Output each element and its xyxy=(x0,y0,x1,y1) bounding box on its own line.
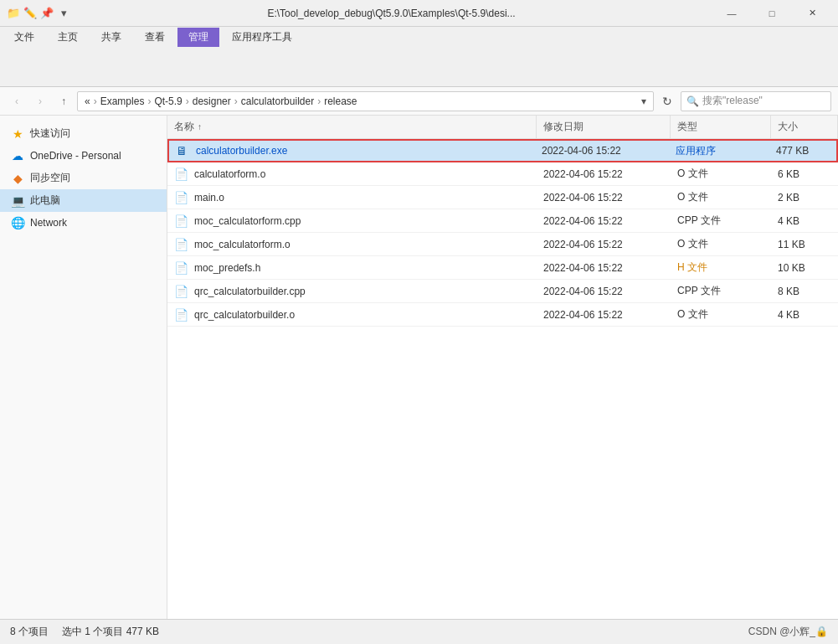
sidebar-item-quick-access[interactable]: ★ 快速访问 xyxy=(0,122,167,145)
folder-icon: 📁 xyxy=(7,7,20,20)
status-right: CSDN @小辉_🔒 xyxy=(748,625,828,639)
sidebar-label-onedrive: OneDrive - Personal xyxy=(30,150,121,162)
file-cell-size: 8 KB xyxy=(771,286,838,297)
file-cell-size: 6 KB xyxy=(771,168,838,180)
file-cell-type: O 文件 xyxy=(671,307,771,322)
star-icon: ★ xyxy=(10,127,25,141)
forward-button[interactable]: › xyxy=(30,91,50,111)
file-cell-modified: 2022-04-06 15:22 xyxy=(537,309,671,321)
file-cell-modified: 2022-04-06 15:22 xyxy=(537,192,671,204)
file-icon: 📄 xyxy=(174,285,189,298)
file-cell-name: 📄 calculatorform.o xyxy=(167,167,537,181)
file-name: main.o xyxy=(194,192,224,204)
exe-icon: 🖥 xyxy=(176,144,191,157)
title-bar-controls: — □ ✕ xyxy=(712,0,831,27)
file-cell-type: H 文件 xyxy=(671,260,771,275)
address-dropdown-icon[interactable]: ▾ xyxy=(641,95,646,107)
edit-icon: ✏️ xyxy=(23,7,37,20)
close-button[interactable]: ✕ xyxy=(793,0,831,27)
tab-share[interactable]: 共享 xyxy=(90,28,132,47)
sidebar-label-quick-access: 快速访问 xyxy=(30,126,70,141)
bc-qt59[interactable]: Qt-5.9 xyxy=(154,95,182,107)
header-modified[interactable]: 修改日期 xyxy=(537,116,671,138)
file-cell-modified: 2022-04-06 15:22 xyxy=(537,239,671,250)
minimize-button[interactable]: — xyxy=(712,0,751,27)
file-cell-size: 11 KB xyxy=(771,239,838,250)
file-cell-size: 2 KB xyxy=(771,192,838,204)
file-cell-modified: 2022-04-06 15:22 xyxy=(537,215,671,227)
computer-icon: 💻 xyxy=(10,194,25,208)
file-list: 🖥 calculatorbuilder.exe 2022-04-06 15:22… xyxy=(167,139,838,619)
sidebar-item-sync[interactable]: ◆ 同步空间 xyxy=(0,167,167,189)
header-name[interactable]: 名称 ↑ xyxy=(167,116,537,138)
title-bar: 📁 ✏️ 📌 ▾ E:\Tool_develop_debug\Qt5.9.0\E… xyxy=(0,0,838,27)
bc-calcbuilder[interactable]: calculatorbuilder xyxy=(241,95,314,107)
file-cell-name: 📄 moc_calculatorform.o xyxy=(167,238,537,251)
sidebar-item-this-pc[interactable]: 💻 此电脑 xyxy=(0,189,167,212)
file-cell-name: 📄 moc_calculatorform.cpp xyxy=(167,214,537,228)
file-icon: 📄 xyxy=(174,238,189,251)
file-cell-type: O 文件 xyxy=(671,237,771,251)
file-name: moc_predefs.h xyxy=(194,262,260,274)
main-area: ★ 快速访问 ☁ OneDrive - Personal ◆ 同步空间 💻 此电… xyxy=(0,116,838,619)
file-area: 名称 ↑ 修改日期 类型 大小 🖥 calculatorbuilder.exe … xyxy=(167,116,838,619)
sort-arrow: ↑ xyxy=(198,122,202,131)
file-cell-name: 🖥 calculatorbuilder.exe xyxy=(169,144,535,157)
file-cell-size: 4 KB xyxy=(771,309,838,321)
address-bar[interactable]: « › Examples › Qt-5.9 › designer › calcu… xyxy=(77,91,654,111)
sidebar-item-network[interactable]: 🌐 Network xyxy=(0,212,167,234)
table-row[interactable]: 📄 qrc_calculatorbuilder.cpp 2022-04-06 1… xyxy=(167,280,838,303)
dropdown-icon[interactable]: ▾ xyxy=(57,7,70,20)
refresh-button[interactable]: ↻ xyxy=(657,91,677,111)
table-row[interactable]: 📄 calculatorform.o 2022-04-06 15:22 O 文件… xyxy=(167,162,838,186)
file-cell-type: O 文件 xyxy=(671,167,771,181)
file-name: calculatorbuilder.exe xyxy=(196,145,287,157)
cloud-icon: ☁ xyxy=(10,149,25,162)
table-row[interactable]: 🖥 calculatorbuilder.exe 2022-04-06 15:22… xyxy=(167,139,838,162)
item-count: 8 个项目 xyxy=(10,625,49,639)
file-cell-type: 应用程序 xyxy=(669,144,769,158)
table-row[interactable]: 📄 main.o 2022-04-06 15:22 O 文件 2 KB xyxy=(167,186,838,209)
ribbon-tabs: 文件 主页 共享 查看 管理 应用程序工具 xyxy=(0,27,838,47)
file-icon: 📄 xyxy=(174,191,189,204)
file-name: moc_calculatorform.cpp xyxy=(194,215,301,227)
table-row[interactable]: 📄 qrc_calculatorbuilder.o 2022-04-06 15:… xyxy=(167,303,838,327)
breadcrumb: « › Examples › Qt-5.9 › designer › calcu… xyxy=(85,95,357,107)
up-button[interactable]: ↑ xyxy=(54,91,74,111)
tab-file[interactable]: 文件 xyxy=(3,28,45,47)
tab-view[interactable]: 查看 xyxy=(134,28,176,47)
file-cell-name: 📄 moc_predefs.h xyxy=(167,261,537,275)
sidebar-label-network: Network xyxy=(30,217,67,229)
file-cell-modified: 2022-04-06 15:22 xyxy=(535,145,669,157)
file-cell-name: 📄 main.o xyxy=(167,191,537,204)
bc-examples[interactable]: Examples xyxy=(100,95,145,107)
file-cell-modified: 2022-04-06 15:22 xyxy=(537,286,671,297)
nav-bar: ‹ › ↑ « › Examples › Qt-5.9 › designer ›… xyxy=(0,87,838,116)
title-bar-path: E:\Tool_develop_debug\Qt5.9.0\Examples\Q… xyxy=(70,8,712,19)
bc-designer[interactable]: designer xyxy=(193,95,231,107)
watermark: CSDN @小辉_🔒 xyxy=(748,625,828,639)
file-icon: 📄 xyxy=(174,167,189,181)
header-type[interactable]: 类型 xyxy=(671,116,771,138)
table-row[interactable]: 📄 moc_predefs.h 2022-04-06 15:22 H 文件 10… xyxy=(167,256,838,280)
file-header: 名称 ↑ 修改日期 类型 大小 xyxy=(167,116,838,139)
table-row[interactable]: 📄 moc_calculatorform.o 2022-04-06 15:22 … xyxy=(167,233,838,256)
file-name: qrc_calculatorbuilder.o xyxy=(194,309,295,321)
sidebar-item-onedrive[interactable]: ☁ OneDrive - Personal xyxy=(0,145,167,167)
file-name: moc_calculatorform.o xyxy=(194,239,290,250)
back-button[interactable]: ‹ xyxy=(7,91,27,111)
search-bar[interactable]: 🔍 搜索"release" xyxy=(681,91,831,111)
table-row[interactable]: 📄 moc_calculatorform.cpp 2022-04-06 15:2… xyxy=(167,209,838,233)
selected-info: 选中 1 个项目 477 KB xyxy=(62,625,159,639)
file-name: qrc_calculatorbuilder.cpp xyxy=(194,286,306,297)
bc-release[interactable]: release xyxy=(324,95,357,107)
tab-manage[interactable]: 管理 xyxy=(177,28,219,47)
file-cell-type: CPP 文件 xyxy=(671,214,771,228)
pin-icon: 📌 xyxy=(40,7,54,20)
tab-home[interactable]: 主页 xyxy=(47,28,89,47)
file-icon: 📄 xyxy=(174,261,189,275)
maximize-button[interactable]: □ xyxy=(753,0,791,27)
tab-apptools[interactable]: 应用程序工具 xyxy=(221,28,303,47)
diamond-icon: ◆ xyxy=(10,172,25,185)
header-size[interactable]: 大小 xyxy=(771,116,838,138)
